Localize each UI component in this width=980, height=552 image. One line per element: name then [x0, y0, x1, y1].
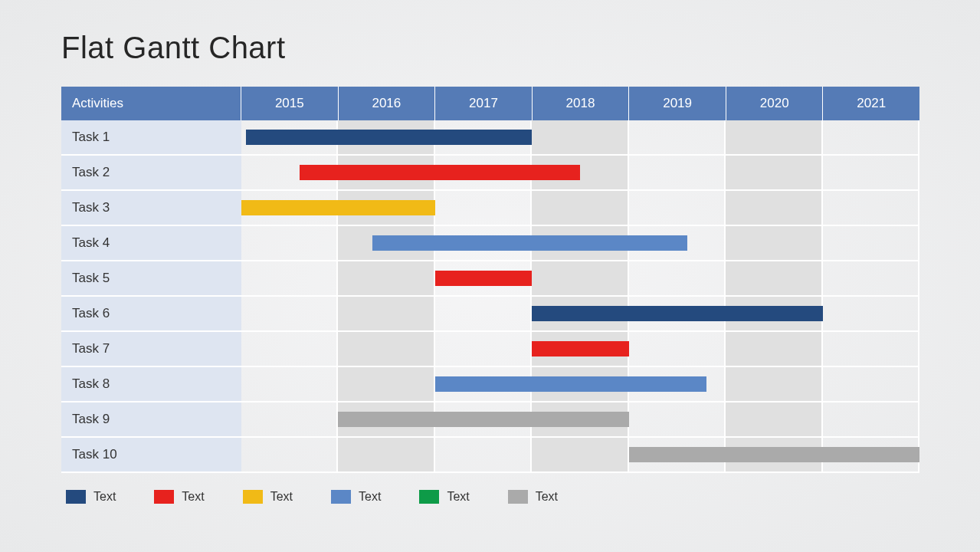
timeline-cell	[435, 438, 532, 472]
task-label: Task 4	[61, 226, 241, 260]
gantt-row: Task 3	[61, 191, 919, 226]
timeline-cell	[338, 261, 434, 295]
gantt-body: Task 1Task 2Task 3Task 4Task 5Task 6Task…	[61, 120, 919, 473]
header-year-2021: 2021	[823, 87, 919, 120]
timeline-cell	[629, 332, 726, 366]
timeline	[241, 120, 919, 154]
legend-label: Text	[536, 490, 558, 504]
header-activities: Activities	[61, 87, 241, 120]
legend-swatch	[154, 490, 174, 504]
timeline-cell	[532, 191, 628, 225]
timeline-cell	[241, 332, 338, 366]
legend-swatch	[331, 490, 351, 504]
legend: TextTextTextTextTextText	[61, 490, 919, 504]
gantt-bar	[338, 412, 628, 427]
timeline-cell	[241, 438, 338, 472]
timeline-cell	[726, 332, 822, 366]
timeline-cell	[823, 402, 919, 436]
timeline-cell	[629, 261, 726, 295]
legend-item: Text	[154, 490, 204, 504]
gantt-chart: Activities 2015 2016 2017 2018 2019 2020…	[61, 87, 919, 473]
task-label: Task 8	[61, 367, 241, 401]
timeline-cell	[435, 297, 532, 330]
timeline-cell	[823, 191, 919, 225]
legend-item: Text	[508, 490, 558, 504]
gantt-bar	[246, 130, 532, 145]
legend-swatch	[243, 490, 263, 504]
gantt-bar	[532, 341, 628, 356]
timeline	[241, 332, 919, 366]
legend-swatch	[419, 490, 439, 504]
timeline-cell	[823, 120, 919, 154]
header-year-2017: 2017	[435, 87, 533, 120]
legend-label: Text	[93, 490, 116, 504]
legend-item: Text	[66, 490, 116, 504]
timeline-cell	[726, 120, 822, 154]
task-label: Task 5	[61, 261, 241, 295]
header-year-2020: 2020	[726, 87, 824, 120]
gantt-row: Task 1	[61, 120, 919, 156]
header-year-2016: 2016	[339, 87, 436, 120]
timeline	[241, 297, 919, 330]
legend-label: Text	[182, 490, 204, 504]
gantt-bar	[435, 376, 706, 392]
legend-item: Text	[419, 490, 469, 504]
gantt-header: Activities 2015 2016 2017 2018 2019 2020…	[61, 87, 919, 120]
task-label: Task 9	[61, 402, 241, 436]
gantt-row: Task 8	[61, 367, 919, 402]
timeline-cell	[435, 332, 532, 366]
task-label: Task 1	[61, 120, 241, 154]
task-label: Task 7	[61, 332, 241, 366]
legend-item: Text	[331, 490, 381, 504]
timeline-cell	[726, 367, 822, 401]
gantt-bar	[241, 200, 435, 215]
legend-item: Text	[243, 490, 293, 504]
header-year-2019: 2019	[629, 87, 726, 120]
timeline-cell	[629, 191, 726, 225]
timeline-cell	[823, 226, 919, 260]
gantt-row: Task 5	[61, 261, 919, 297]
gantt-bar	[300, 165, 581, 180]
gantt-row: Task 9	[61, 402, 919, 438]
timeline-cell	[241, 261, 338, 295]
timeline-cell	[823, 367, 919, 401]
timeline	[241, 191, 919, 225]
gantt-row: Task 10	[61, 438, 919, 473]
gantt-row: Task 6	[61, 297, 919, 332]
timeline	[241, 226, 919, 260]
timeline-cell	[532, 120, 628, 154]
timeline-cell	[532, 438, 628, 472]
task-label: Task 3	[61, 191, 241, 225]
task-label: Task 6	[61, 297, 241, 330]
timeline	[241, 367, 919, 401]
timeline-cell	[823, 261, 919, 295]
timeline-cell	[726, 191, 822, 225]
timeline-cell	[629, 402, 726, 436]
header-year-2018: 2018	[533, 87, 630, 120]
timeline-cell	[629, 120, 726, 154]
legend-label: Text	[270, 490, 293, 504]
timeline-cell	[629, 156, 726, 189]
timeline-cell	[726, 226, 822, 260]
gantt-bar	[532, 306, 822, 321]
timeline-cell	[338, 438, 434, 472]
timeline	[241, 438, 919, 472]
timeline-cell	[823, 332, 919, 366]
legend-swatch	[508, 490, 528, 504]
gantt-row: Task 4	[61, 226, 919, 261]
timeline-cell	[823, 156, 919, 189]
gantt-bar	[435, 271, 532, 286]
timeline-cell	[338, 297, 434, 330]
timeline-cell	[241, 226, 338, 260]
timeline-cell	[241, 367, 338, 401]
legend-label: Text	[359, 490, 381, 504]
page-title: Flat Gantt Chart	[61, 31, 919, 65]
task-label: Task 2	[61, 156, 241, 189]
timeline-cell	[338, 332, 434, 366]
timeline-cell	[241, 297, 338, 330]
gantt-row: Task 2	[61, 156, 919, 191]
gantt-row: Task 7	[61, 332, 919, 367]
timeline	[241, 402, 919, 436]
timeline-cell	[435, 191, 532, 225]
timeline-cell	[338, 367, 434, 401]
